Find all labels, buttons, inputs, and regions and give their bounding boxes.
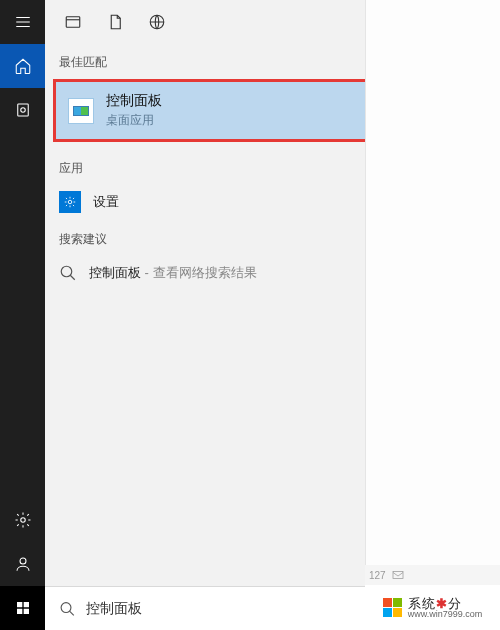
svg-point-1 bbox=[20, 108, 25, 113]
filter-dropdown[interactable]: 筛选器 bbox=[430, 13, 490, 31]
search-icon bbox=[59, 264, 77, 282]
svg-point-7 bbox=[61, 266, 72, 277]
search-results-panel: 筛选器 最佳匹配 控制面板 桌面应用 应用 设置 搜索建议 控制面板 - 查看网… bbox=[45, 0, 500, 630]
svg-point-2 bbox=[20, 518, 25, 523]
start-menu-left-rail bbox=[0, 0, 45, 630]
svg-point-3 bbox=[20, 558, 26, 564]
section-best-match: 最佳匹配 bbox=[45, 44, 500, 77]
hamburger-icon[interactable] bbox=[0, 0, 45, 44]
settings-app-icon bbox=[59, 191, 81, 213]
section-suggestions: 搜索建议 bbox=[45, 221, 500, 254]
recent-icon[interactable] bbox=[0, 88, 45, 132]
svg-point-8 bbox=[61, 602, 71, 612]
search-scope-bar: 筛选器 bbox=[45, 0, 500, 44]
chevron-down-icon bbox=[476, 15, 490, 29]
filter-label: 筛选器 bbox=[430, 13, 472, 31]
chevron-right-icon bbox=[474, 264, 486, 282]
suggestion-text: 控制面板 - 查看网络搜索结果 bbox=[89, 264, 257, 282]
user-icon[interactable] bbox=[0, 542, 45, 586]
best-match-result[interactable]: 控制面板 桌面应用 bbox=[53, 79, 492, 142]
best-match-subtitle: 桌面应用 bbox=[106, 112, 162, 129]
scope-web-icon[interactable] bbox=[139, 4, 175, 40]
search-input[interactable] bbox=[86, 601, 486, 617]
home-icon[interactable] bbox=[0, 44, 45, 88]
control-panel-icon bbox=[68, 98, 94, 124]
svg-rect-4 bbox=[66, 17, 80, 28]
app-result-settings[interactable]: 设置 bbox=[45, 183, 500, 221]
app-result-label: 设置 bbox=[93, 193, 119, 211]
start-icon[interactable] bbox=[0, 586, 45, 630]
search-bar[interactable] bbox=[45, 586, 500, 630]
search-icon bbox=[59, 600, 76, 618]
best-match-title: 控制面板 bbox=[106, 92, 162, 110]
svg-point-6 bbox=[68, 200, 72, 204]
section-apps: 应用 bbox=[45, 150, 500, 183]
search-suggestion[interactable]: 控制面板 - 查看网络搜索结果 bbox=[45, 254, 500, 292]
settings-gear-icon[interactable] bbox=[0, 498, 45, 542]
scope-documents-icon[interactable] bbox=[97, 4, 133, 40]
scope-apps-icon[interactable] bbox=[55, 4, 91, 40]
svg-rect-0 bbox=[17, 104, 28, 116]
